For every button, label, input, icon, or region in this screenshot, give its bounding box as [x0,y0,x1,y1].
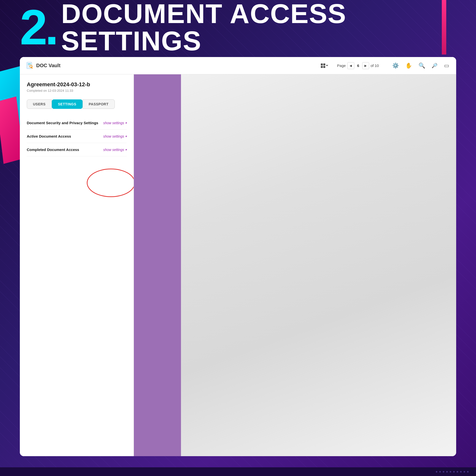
show-settings-security-link[interactable]: show settings ▾ [103,121,127,125]
settings-row-active: Active Document Access show settings ▾ [27,130,127,143]
document-title: Agreement-2024-03-12-b [27,81,127,88]
page-current-number: 6 [356,63,361,68]
zoom-out-icon[interactable]: 🔍 [417,62,426,69]
settings-row-security: Document Security and Privacy Settings s… [27,116,127,130]
dot [436,471,437,473]
header: 2. DOCUMENT ACCESS SETTINGS [0,0,476,55]
show-settings-completed-link[interactable]: show settings ▾ [103,148,127,152]
dot [464,471,465,473]
zoom-in-icon[interactable]: 🔎 [431,62,439,69]
svg-rect-1 [28,64,31,64]
show-settings-active-text: show settings [103,134,124,138]
grid-cell [323,66,325,68]
grid-icon [321,63,325,68]
dot [453,471,455,473]
app-name: DOC Vault [36,63,60,68]
show-settings-security-text: show settings [103,121,124,125]
tab-settings[interactable]: SETTINGS [52,99,83,109]
page-next-button[interactable]: ▶ [362,62,369,69]
show-settings-active-chevron: ▾ [125,135,127,138]
sidebar-panel: Agreement-2024-03-12-b Completed on 12-0… [20,74,134,456]
page-total-label: of 10 [371,63,379,68]
page-title-line2: SETTINGS [61,27,346,55]
document-preview [134,74,456,456]
tab-bar: USERS SETTINGS PASSPORT [27,99,127,109]
panel-icon[interactable]: ▭ [443,62,450,69]
main-content-card: DOC Vault Page ◀ 6 ▶ of 10 ⚙️ ✋ 🔍 🔎 ▭ [20,57,456,456]
annotation-circle [87,169,134,197]
doc-preview-page [181,74,456,456]
chevron-down-icon [326,65,328,66]
show-settings-completed-chevron: ▾ [125,148,127,151]
document-subtitle: Completed on 12-03-2024 11:33 [27,89,127,92]
app-icon [26,62,34,70]
settings-row-completed: Completed Document Access show settings … [27,143,127,156]
page-label: Page [337,63,346,68]
tab-passport[interactable]: PASSPORT [83,99,115,109]
grid-cell [323,63,325,65]
dots-pattern [436,471,469,473]
dot [446,471,448,473]
settings-icon[interactable]: ⚙️ [391,62,400,69]
dot [467,471,469,473]
page-prev-button[interactable]: ◀ [347,62,354,69]
grid-view-button[interactable] [319,62,330,69]
dot [450,471,451,473]
dot [457,471,458,473]
content-body: Agreement-2024-03-12-b Completed on 12-0… [20,74,456,456]
svg-rect-2 [28,65,30,65]
step-number: 2. [20,2,56,52]
dot [460,471,462,473]
doc-preview-purple-strip [134,74,181,456]
show-settings-completed-text: show settings [103,148,124,152]
bottom-dots-bar [0,467,476,476]
page-navigation: Page ◀ 6 ▶ of 10 [337,62,379,69]
settings-label-completed: Completed Document Access [27,148,79,152]
dot [439,471,441,473]
tab-users[interactable]: USERS [27,99,52,109]
settings-label-security: Document Security and Privacy Settings [27,121,98,125]
dot [443,471,444,473]
toolbar: DOC Vault Page ◀ 6 ▶ of 10 ⚙️ ✋ 🔍 🔎 ▭ [20,57,456,74]
show-settings-security-chevron: ▾ [125,121,127,125]
toolbar-icons: ⚙️ ✋ 🔍 🔎 ▭ [391,62,450,69]
page-title-line1: DOCUMENT ACCESS [61,0,346,27]
hand-tool-icon[interactable]: ✋ [404,62,413,69]
grid-cell [321,63,323,65]
show-settings-active-link[interactable]: show settings ▾ [103,134,127,138]
grid-cell [321,66,323,68]
settings-label-active: Active Document Access [27,134,71,138]
